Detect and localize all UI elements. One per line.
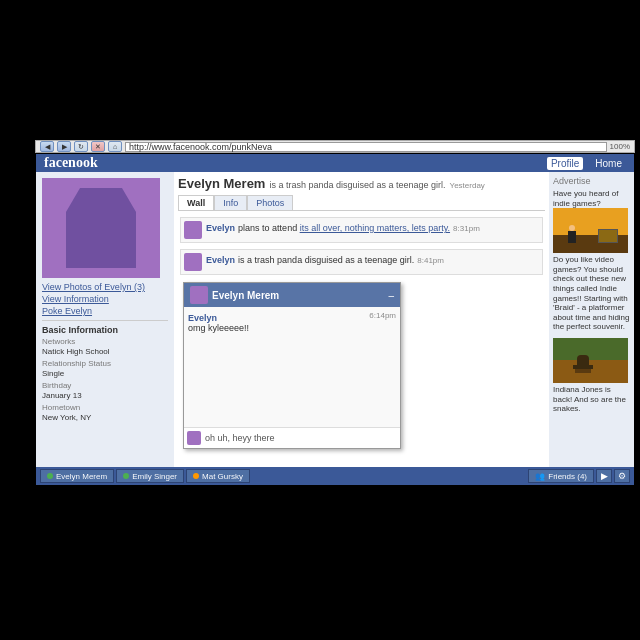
post-content: Evelyn plans to attend its all over, not… [206, 221, 539, 239]
friends-count: Friends (4) [548, 472, 587, 481]
ad-image-2[interactable] [553, 338, 628, 383]
chat-popup: Evelyn Merem – Evelyn 6:14pm omg kyleeee… [183, 282, 401, 449]
profile-tagline: is a trash panda disguised as a teenage … [269, 180, 445, 190]
relationship-value: Single [42, 369, 168, 378]
ad-indie-games: Have you heard of indie games? Do you li… [553, 189, 630, 332]
chat-video-btn[interactable]: ▶ [596, 469, 612, 483]
right-sidebar: Advertise Have you heard of indie games?… [549, 172, 634, 485]
chat-bar-name-1: Evelyn Merem [56, 472, 107, 481]
zoom-level: 100% [610, 142, 630, 151]
chat-title: Evelyn Merem [212, 290, 279, 301]
friends-count-item[interactable]: 👥 Friends (4) [528, 469, 594, 483]
birthday-value: January 13 [42, 391, 168, 400]
profile-time: Yesterday [450, 181, 485, 190]
profile-header: Evelyn Merem is a trash panda disguised … [178, 176, 545, 191]
status-dot-orange [193, 473, 199, 479]
chat-bar-item-evelyn[interactable]: Evelyn Merem [40, 469, 114, 483]
view-photos-link[interactable]: View Photos of Evelyn (3) [42, 282, 168, 292]
networks-label: Networks [42, 337, 168, 346]
chat-bar: Evelyn Merem Emily Singer Mat Gursky 👥 F… [36, 467, 634, 485]
back-button[interactable]: ◀ [40, 141, 54, 152]
left-sidebar: View Photos of Evelyn (3) View Informati… [36, 172, 174, 485]
tab-info[interactable]: Info [214, 195, 247, 210]
chat-body: Evelyn 6:14pm omg kyleeeee!! [184, 307, 400, 427]
tab-photos[interactable]: Photos [247, 195, 293, 210]
post-time: 8:41pm [417, 256, 444, 265]
ad-text-3: Indiana Jones is back! And so are the sn… [553, 385, 630, 414]
hometown-label: Hometown [42, 403, 168, 412]
basic-info-title: Basic Information [42, 325, 168, 335]
ad-text: Have you heard of indie games? [553, 189, 630, 208]
fb-logo: facenook [44, 155, 98, 171]
chat-msg-author: Evelyn [188, 313, 217, 323]
wall-post: Evelyn is a trash panda disguised as a t… [180, 249, 543, 275]
post-content: Evelyn is a trash panda disguised as a t… [206, 253, 539, 271]
address-bar[interactable]: http://www.facenook.com/punkNeva [125, 142, 607, 152]
tab-wall[interactable]: Wall [178, 195, 214, 210]
home-nav-btn[interactable]: Home [591, 157, 626, 170]
status-dot-green [47, 473, 53, 479]
wall-post: Evelyn plans to attend its all over, not… [180, 217, 543, 243]
status-dot-green-2 [123, 473, 129, 479]
chat-bar-item-emily[interactable]: Emily Singer [116, 469, 184, 483]
chat-reply-icon [187, 431, 201, 445]
view-info-link[interactable]: View Information [42, 294, 168, 304]
chat-bar-name-2: Emily Singer [132, 472, 177, 481]
chat-bar-right: 👥 Friends (4) ▶ ⚙ [528, 469, 630, 483]
home-button[interactable]: ⌂ [108, 141, 122, 152]
chat-msg-time: 6:14pm [369, 311, 396, 320]
profile-pic-box [42, 178, 160, 278]
chat-reply: oh uh, heyy there [184, 427, 400, 448]
post-author: Evelyn [206, 223, 235, 233]
ad-indiana: Indiana Jones is back! And so are the sn… [553, 338, 630, 414]
sidebar-divider [42, 320, 168, 321]
post-author: Evelyn [206, 255, 235, 265]
ad-text-2: Do you like video games? You should chec… [553, 255, 630, 332]
post-avatar [184, 253, 202, 271]
chat-bar-item-mat[interactable]: Mat Gursky [186, 469, 250, 483]
url-text: http://www.facenook.com/punkNeva [129, 142, 272, 152]
chat-close-button[interactable]: – [388, 290, 394, 301]
stop-button[interactable]: ✕ [91, 141, 105, 152]
chat-bar-name-3: Mat Gursky [202, 472, 243, 481]
chat-message: Evelyn 6:14pm omg kyleeeee!! [188, 311, 396, 333]
profile-picture [66, 188, 136, 268]
profile-tabs: Wall Info Photos [178, 195, 545, 211]
chat-reply-text: oh uh, heyy there [205, 433, 275, 443]
post-avatar [184, 221, 202, 239]
chat-msg-text: omg kyleeeee!! [188, 323, 396, 333]
hometown-value: New York, NY [42, 413, 168, 422]
profile-name: Evelyn Merem [178, 176, 265, 191]
birthday-label: Birthday [42, 381, 168, 390]
fb-nav: Profile Home [547, 157, 626, 170]
poke-link[interactable]: Poke Evelyn [42, 306, 168, 316]
post-link[interactable]: its all over, nothing matters, lets part… [300, 223, 450, 233]
chat-settings-btn[interactable]: ⚙ [614, 469, 630, 483]
chat-header: Evelyn Merem – [184, 283, 400, 307]
forward-button[interactable]: ▶ [57, 141, 71, 152]
facebook-header: facenook Profile Home [36, 154, 634, 172]
ads-title: Advertise [553, 176, 630, 186]
friends-label: 👥 [535, 472, 545, 481]
chat-header-inner: Evelyn Merem [190, 286, 279, 304]
networks-value: Natick High School [42, 347, 168, 356]
wall-area: Evelyn plans to attend its all over, not… [178, 215, 545, 283]
refresh-button[interactable]: ↻ [74, 141, 88, 152]
profile-nav-btn[interactable]: Profile [547, 157, 583, 170]
post-time: 8:31pm [453, 224, 480, 233]
ad-image-1[interactable] [553, 208, 628, 253]
post-text: is a trash panda disguised as a teenage … [238, 255, 414, 265]
relationship-label: Relationship Status [42, 359, 168, 368]
post-text: plans to attend its all over, nothing ma… [238, 223, 450, 233]
chat-avatar [190, 286, 208, 304]
